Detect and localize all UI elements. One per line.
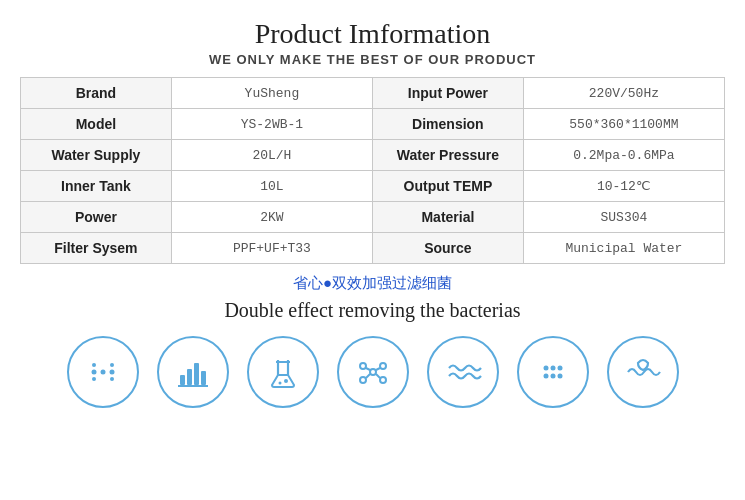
molecule-icon	[337, 336, 409, 408]
svg-point-30	[550, 374, 555, 379]
main-title: Product Imformation	[20, 18, 725, 50]
svg-point-4	[110, 363, 114, 367]
svg-point-18	[360, 363, 366, 369]
table-row: Filter Sysem PPF+UF+T33 Source Municipal…	[21, 233, 725, 264]
svg-point-15	[284, 379, 288, 383]
svg-line-24	[366, 374, 370, 378]
table-label: Input Power	[372, 78, 523, 109]
svg-point-3	[92, 363, 96, 367]
table-label: Water Supply	[21, 140, 172, 171]
svg-rect-10	[201, 371, 206, 385]
title-section: Product Imformation WE ONLY MAKE THE BES…	[20, 18, 725, 67]
table-value: 10-12℃	[523, 171, 724, 202]
svg-point-17	[370, 369, 376, 375]
page-container: Product Imformation WE ONLY MAKE THE BES…	[0, 0, 745, 423]
table-label: Filter Sysem	[21, 233, 172, 264]
table-row: Model YS-2WB-1 Dimension 550*360*1100MM	[21, 109, 725, 140]
table-value: PPF+UF+T33	[171, 233, 372, 264]
table-row: Water Supply 20L/H Water Pressure 0.2Mpa…	[21, 140, 725, 171]
svg-line-25	[376, 374, 380, 378]
svg-point-6	[110, 377, 114, 381]
chinese-text: 省心●双效加强过滤细菌	[20, 274, 725, 293]
flask-icon	[247, 336, 319, 408]
svg-rect-7	[180, 375, 185, 385]
svg-rect-8	[187, 369, 192, 385]
table-value: YuSheng	[171, 78, 372, 109]
dots-icon	[67, 336, 139, 408]
wave2-icon	[607, 336, 679, 408]
table-value: 550*360*1100MM	[523, 109, 724, 140]
table-label: Output TEMP	[372, 171, 523, 202]
dots2-icon	[517, 336, 589, 408]
table-value: Municipal Water	[523, 233, 724, 264]
svg-point-26	[543, 366, 548, 371]
waves-icon	[427, 336, 499, 408]
svg-point-20	[360, 377, 366, 383]
table-value: 20L/H	[171, 140, 372, 171]
table-value: SUS304	[523, 202, 724, 233]
table-row: Power 2KW Material SUS304	[21, 202, 725, 233]
table-value: 10L	[171, 171, 372, 202]
svg-point-27	[550, 366, 555, 371]
svg-point-31	[557, 374, 562, 379]
table-label: Water Pressure	[372, 140, 523, 171]
table-row: Inner Tank 10L Output TEMP 10-12℃	[21, 171, 725, 202]
svg-rect-9	[194, 363, 199, 385]
table-label: Model	[21, 109, 172, 140]
table-value: 220V/50Hz	[523, 78, 724, 109]
table-label: Inner Tank	[21, 171, 172, 202]
table-value: 0.2Mpa-0.6MPa	[523, 140, 724, 171]
svg-line-22	[366, 368, 370, 370]
svg-point-16	[278, 382, 281, 385]
svg-line-23	[376, 368, 380, 370]
svg-point-21	[380, 377, 386, 383]
subtitle: WE ONLY MAKE THE BEST OF OUR PRODUCT	[20, 52, 725, 67]
double-effect-text: Double effect removing the bacterias	[20, 299, 725, 322]
table-row: Brand YuSheng Input Power 220V/50Hz	[21, 78, 725, 109]
table-label: Power	[21, 202, 172, 233]
table-label: Material	[372, 202, 523, 233]
svg-point-0	[91, 370, 96, 375]
table-label: Dimension	[372, 109, 523, 140]
product-info-table: Brand YuSheng Input Power 220V/50Hz Mode…	[20, 77, 725, 264]
svg-point-1	[100, 370, 105, 375]
table-label: Brand	[21, 78, 172, 109]
svg-point-28	[557, 366, 562, 371]
table-label: Source	[372, 233, 523, 264]
table-value: YS-2WB-1	[171, 109, 372, 140]
svg-point-29	[543, 374, 548, 379]
table-value: 2KW	[171, 202, 372, 233]
icons-row	[20, 336, 725, 408]
svg-point-5	[92, 377, 96, 381]
bars-icon	[157, 336, 229, 408]
svg-point-2	[109, 370, 114, 375]
svg-point-19	[380, 363, 386, 369]
